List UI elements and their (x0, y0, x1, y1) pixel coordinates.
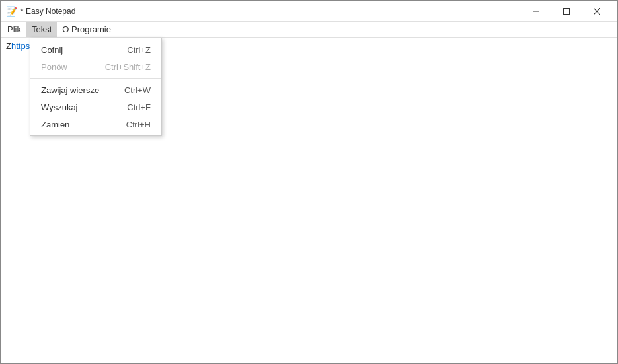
menu-item-wyszukaj-label: Wyszukaj (41, 102, 78, 112)
title-bar-controls (521, 1, 612, 22)
menu-item-cofnij-label: Cofnij (41, 45, 63, 55)
menu-item-ponow-shortcut: Ctrl+Shift+Z (105, 62, 151, 72)
svg-rect-1 (564, 8, 570, 14)
menu-item-zamien[interactable]: Zamień Ctrl+H (30, 116, 161, 133)
menu-item-zawijaj[interactable]: Zawijaj wiersze Ctrl+W (30, 81, 161, 98)
svg-rect-0 (533, 11, 539, 11)
menu-item-wyszukaj-shortcut: Ctrl+F (127, 102, 151, 112)
menu-tekst[interactable]: Tekst (26, 22, 57, 37)
menu-item-ponow-label: Ponów (41, 62, 67, 72)
menu-item-zamien-shortcut: Ctrl+H (126, 120, 151, 129)
maximize-button[interactable] (551, 1, 582, 22)
app-window: 📝 * Easy Notepad Plik (0, 0, 618, 364)
menu-item-wyszukaj[interactable]: Wyszukaj Ctrl+F (30, 98, 161, 116)
menu-item-zamien-label: Zamień (41, 120, 69, 129)
menu-item-cofnij-shortcut: Ctrl+Z (127, 45, 151, 55)
menu-plik[interactable]: Plik (2, 22, 26, 37)
title-bar-left: 📝 * Easy Notepad (6, 6, 75, 17)
editor-line-1-text: Z (6, 40, 11, 52)
menu-item-zawijaj-shortcut: Ctrl+W (124, 85, 151, 95)
title-bar: 📝 * Easy Notepad (1, 1, 617, 22)
minimize-button[interactable] (521, 1, 551, 22)
menu-item-ponow: Ponów Ctrl+Shift+Z (30, 58, 161, 75)
title-text: * Easy Notepad (20, 7, 75, 16)
menu-item-cofnij[interactable]: Cofnij Ctrl+Z (30, 41, 161, 58)
menu-item-zawijaj-label: Zawijaj wiersze (41, 85, 99, 95)
close-button[interactable] (582, 1, 612, 22)
menu-oprogramie[interactable]: O Programie (57, 22, 116, 37)
menu-bar: Plik Tekst O Programie Cofnij Ctrl+Z Pon… (1, 22, 617, 38)
dropdown-menu: Cofnij Ctrl+Z Ponów Ctrl+Shift+Z Zawijaj… (30, 38, 162, 136)
app-icon: 📝 (6, 6, 17, 17)
menu-separator-1 (30, 78, 161, 79)
